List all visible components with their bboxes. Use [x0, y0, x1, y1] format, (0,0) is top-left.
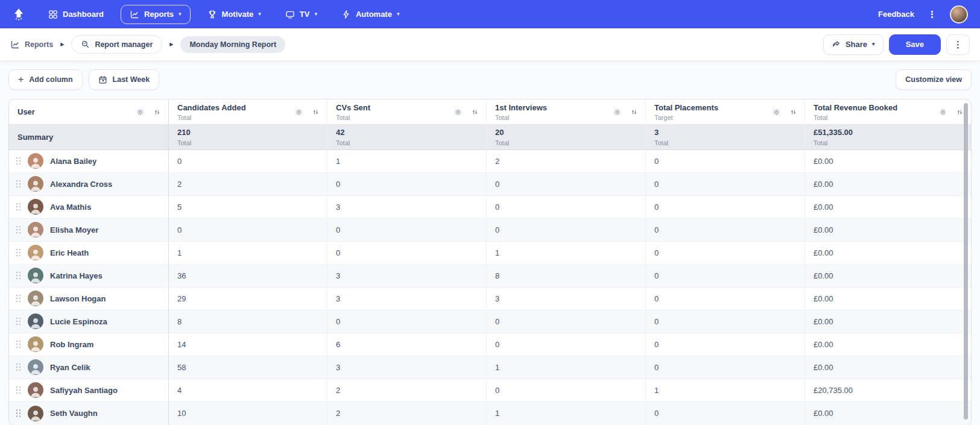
share-button[interactable]: Share ▾	[823, 34, 884, 55]
save-label: Save	[906, 40, 924, 49]
column-settings-gear-icon[interactable]	[773, 108, 780, 116]
table-row: Lawson Hogan29330£0.00	[9, 288, 971, 310]
column-settings-gear-icon[interactable]	[613, 108, 621, 116]
breadcrumb-report-manager[interactable]: Report manager	[71, 35, 162, 54]
table-row: Alexandra Cross2000£0.00	[9, 173, 971, 196]
nav-kebab-icon[interactable]: ⋮	[928, 10, 937, 19]
user-avatar[interactable]	[950, 5, 968, 24]
column-settings-gear-icon[interactable]	[939, 108, 947, 116]
drag-handle-icon[interactable]	[16, 409, 21, 417]
column-sort-icon[interactable]	[956, 108, 964, 116]
cell-value: £0.00	[805, 402, 971, 425]
nav-item-label: Reports	[144, 10, 174, 19]
chevron-down-icon: ▾	[258, 11, 261, 17]
user-name: Safiyyah Santiago	[50, 386, 118, 395]
breadcrumb-manager-label: Report manager	[95, 40, 153, 49]
cell-value: 2	[327, 379, 486, 401]
nav-item-label: Motivate	[222, 10, 254, 19]
cell-value: 0	[645, 265, 805, 287]
summary-row: Summary210Total42Total20Total3Total£51,3…	[9, 125, 971, 150]
summary-label: Summary	[17, 133, 160, 142]
cell-value: 1	[645, 379, 805, 401]
column-sort-icon[interactable]	[789, 108, 797, 116]
nav-item-reports[interactable]: Reports▾	[121, 5, 191, 24]
column-settings-gear-icon[interactable]	[136, 108, 144, 116]
customize-view-label: Customize view	[905, 75, 962, 84]
table-scrollbar[interactable]	[964, 103, 968, 420]
cell-value: 4	[168, 379, 327, 401]
column-settings-gear-icon[interactable]	[454, 108, 462, 116]
breadcrumb-reports-link[interactable]: Reports	[10, 40, 53, 49]
chevron-down-icon: ▾	[872, 42, 875, 47]
trophy-icon	[207, 10, 217, 19]
column-sort-icon[interactable]	[312, 108, 320, 116]
drag-handle-icon[interactable]	[16, 157, 21, 165]
date-filter-button[interactable]: Last Week	[89, 69, 160, 90]
table-row: Lucie Espinoza8000£0.00	[9, 310, 971, 333]
breadcrumb-current-report[interactable]: Monday Morning Report	[180, 36, 285, 53]
dashboard-grid-icon	[48, 10, 58, 19]
feedback-link[interactable]: Feedback	[878, 10, 914, 19]
avatar	[28, 153, 43, 169]
report-content: + Add column Last Week Customize view Us…	[0, 60, 980, 425]
nav-item-motivate[interactable]: Motivate▾	[200, 5, 268, 24]
chevron-down-icon: ▾	[397, 11, 400, 17]
search-icon	[81, 40, 90, 49]
cell-value: 0	[327, 219, 486, 241]
drag-handle-icon[interactable]	[16, 386, 21, 394]
nav-item-label: Automate	[356, 10, 392, 19]
column-sort-icon[interactable]	[630, 108, 638, 116]
customize-view-button[interactable]: Customize view	[896, 69, 972, 90]
nav-item-dashboard[interactable]: Dashboard	[41, 5, 111, 24]
drag-handle-icon[interactable]	[16, 341, 21, 348]
user-name: Rob Ingram	[50, 340, 93, 349]
cell-value: 58	[168, 356, 327, 379]
tv-icon	[285, 10, 295, 19]
app-logo-icon[interactable]	[12, 8, 25, 21]
cell-value: 10	[168, 402, 327, 425]
avatar	[28, 382, 43, 398]
date-filter-label: Last Week	[113, 75, 150, 84]
cell-value: 2	[168, 173, 327, 195]
cell-value: £0.00	[805, 310, 971, 333]
cell-value: £0.00	[805, 288, 971, 310]
more-options-button[interactable]: ⋮	[946, 34, 970, 55]
cell-value: 8	[168, 310, 327, 333]
report-toolbar: + Add column Last Week Customize view	[8, 69, 972, 90]
user-name: Eric Heath	[50, 248, 89, 257]
cell-value: 3	[486, 288, 645, 310]
reports-chart-icon	[10, 40, 20, 49]
user-name: Alana Bailey	[50, 157, 96, 166]
drag-handle-icon[interactable]	[16, 272, 21, 280]
user-name: Lawson Hogan	[50, 294, 106, 303]
column-sort-icon[interactable]	[153, 108, 161, 116]
column-sort-icon[interactable]	[471, 108, 479, 116]
cell-value: 0	[486, 333, 645, 356]
cell-value: 1	[486, 242, 645, 264]
breadcrumb-root-label: Reports	[25, 40, 53, 49]
add-column-button[interactable]: + Add column	[8, 69, 83, 90]
cell-value: £0.00	[805, 242, 971, 264]
column-settings-gear-icon[interactable]	[295, 108, 303, 116]
drag-handle-icon[interactable]	[16, 249, 21, 257]
column-header-1st-interviews: 1st InterviewsTotal	[486, 99, 645, 124]
cell-value: £0.00	[805, 265, 971, 287]
nav-item-automate[interactable]: Automate▾	[334, 5, 406, 24]
summary-value: £51,335.00	[814, 128, 963, 137]
drag-handle-icon[interactable]	[16, 295, 21, 303]
cell-value: 1	[486, 356, 645, 379]
summary-value: 20	[495, 128, 637, 137]
table-row: Rob Ingram14600£0.00	[9, 333, 971, 356]
save-button[interactable]: Save	[889, 34, 941, 55]
summary-sublabel: Total	[814, 139, 963, 146]
cell-value: 14	[168, 333, 327, 356]
drag-handle-icon[interactable]	[16, 364, 21, 371]
nav-item-tv[interactable]: TV▾	[278, 5, 324, 24]
drag-handle-icon[interactable]	[16, 226, 21, 234]
drag-handle-icon[interactable]	[16, 203, 21, 211]
drag-handle-icon[interactable]	[16, 180, 21, 188]
user-name: Lucie Espinoza	[50, 317, 107, 326]
breadcrumb-arrow-icon: ▶	[169, 42, 173, 47]
drag-handle-icon[interactable]	[16, 318, 21, 326]
table-row: Safiyyah Santiago4201£20,735.00	[9, 379, 971, 402]
